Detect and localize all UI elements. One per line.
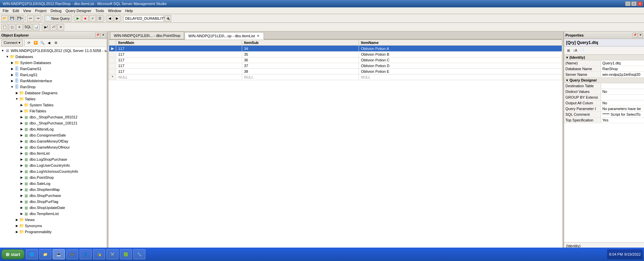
tab-pointshop[interactable]: WIN-NNDPQ1P1LE6\... - dbo.PointShop xyxy=(110,32,184,39)
data-grid[interactable]: ItemMain ItemSub ItemName ▶11734Oblivion… xyxy=(109,40,562,248)
save-all-button[interactable]: 💾+ xyxy=(16,15,24,22)
tree-node[interactable]: ▶▦dbo._ShopPurchase_091012 xyxy=(0,114,107,120)
props-identity-header[interactable]: ▼ (Identity) xyxy=(564,55,644,60)
database-dropdown[interactable]: DELAYED_DURABILITY ▾ xyxy=(124,15,164,22)
menu-tools[interactable]: Tools xyxy=(93,8,106,13)
oe-refresh-button[interactable]: ⟳ xyxy=(26,40,32,46)
table-row[interactable]: 11738Oblivion Potion E xyxy=(109,69,562,74)
tree-node[interactable]: ▶▦dbo.GameMoneyOfDay xyxy=(0,138,107,144)
oe-settings-button[interactable]: ⚙ xyxy=(53,40,59,46)
oe-search-button[interactable]: 🔍 xyxy=(39,40,45,46)
tree-node[interactable]: ▶▦dbo.ItemList xyxy=(0,150,107,156)
tree-node[interactable]: ▼📁Tables xyxy=(0,96,107,102)
taskbar-app2[interactable]: 👤 xyxy=(80,249,92,259)
parse-button[interactable]: ✓ xyxy=(89,15,96,22)
tree-node[interactable]: ▶📁Views xyxy=(0,217,107,223)
forward-button[interactable]: ▶ xyxy=(114,15,121,22)
show-criteria-button[interactable]: ≡ xyxy=(16,24,23,31)
start-button[interactable]: ⊞ start xyxy=(1,249,25,259)
menu-window[interactable]: Window xyxy=(106,8,123,13)
tree-node[interactable]: ▶📁System Databases xyxy=(0,60,107,66)
taskbar-app1[interactable]: 🎮 xyxy=(66,249,78,259)
connect-db-button[interactable]: 🔌 xyxy=(165,15,171,22)
stop-button[interactable]: ■ xyxy=(82,15,89,22)
results-button[interactable]: ☰ xyxy=(97,15,103,22)
tree-node[interactable]: ▶▦dbo.TempItemList xyxy=(0,211,107,217)
undo-button[interactable]: ↩ xyxy=(27,15,34,22)
menu-view[interactable]: View xyxy=(21,8,33,13)
panel-pin-button[interactable]: 📌 xyxy=(95,33,100,38)
redo-button[interactable]: ↪ xyxy=(35,15,41,22)
tab-itemlist[interactable]: WIN-NNDPQ1P1LE6\...op - dbo.ItemList ✕ xyxy=(185,32,264,40)
table-row[interactable]: 11735Oblivion Potion B xyxy=(109,52,562,57)
tree-node[interactable]: ▶▦dbo.ShopUpdateDate xyxy=(0,205,107,211)
tree-node[interactable]: ▶▦dbo.LogVictoriousCountryInfo xyxy=(0,168,107,174)
menu-help[interactable]: Help xyxy=(123,8,135,13)
tree-node[interactable]: ▶▦dbo.GameMoneyOfHour xyxy=(0,144,107,150)
menu-debug[interactable]: Debug xyxy=(49,8,63,13)
execute-button[interactable]: ▶ xyxy=(75,15,81,22)
tree-node[interactable]: ▼🗄RanShop xyxy=(0,84,107,90)
menu-project[interactable]: Project xyxy=(33,8,48,13)
back-button[interactable]: ◀ xyxy=(106,15,113,22)
tree-node[interactable]: ▶▦dbo.ShopPurchase xyxy=(0,193,107,199)
tree-node[interactable]: ▶📁Programmability xyxy=(0,229,107,235)
tree-node[interactable]: ▶▦dbo.SaleLog xyxy=(0,180,107,187)
taskbar-app5[interactable]: 🟩 xyxy=(120,249,132,259)
tree-node[interactable]: ▶▦dbo.PointShop xyxy=(0,174,107,180)
tree-node[interactable]: ▶▦dbo.LogUserCountryInfo xyxy=(0,162,107,168)
oe-connect-button[interactable]: Connect ▾ xyxy=(1,40,23,46)
tree-node[interactable]: ▶📁Database Diagrams xyxy=(0,90,107,96)
add-table-button[interactable]: 📋 xyxy=(1,24,8,31)
tree-node[interactable]: ▶📁Synonyms xyxy=(0,223,107,229)
props-pages-button[interactable]: 📄 xyxy=(579,48,585,54)
maximize-button[interactable]: □ xyxy=(631,1,637,6)
tree-node[interactable]: ▶▦dbo.LogShopPurchase xyxy=(0,156,107,162)
table-row[interactable]: 11736Oblivion Potion C xyxy=(109,57,562,63)
menu-edit[interactable]: Edit xyxy=(11,8,21,13)
tab-close-icon[interactable]: ✕ xyxy=(256,34,260,38)
tree-node[interactable]: ▶📁FileTables xyxy=(0,108,107,114)
oe-collapse-button[interactable]: ◀ xyxy=(46,40,52,46)
tree-node[interactable]: ▶🗄RanMobileInterface xyxy=(0,78,107,84)
props-sort-alpha-button[interactable]: ↕A xyxy=(572,48,578,54)
open-button[interactable]: 📂 xyxy=(1,15,8,22)
tree-node[interactable]: ▶▦dbo.ShopPurFlag xyxy=(0,199,107,205)
tree-node[interactable]: ▶▦dbo._ShopPurchase_100121 xyxy=(0,120,107,126)
tree-node[interactable]: ▼🖥WIN-NNDPQ1P1LE6\SQL2012 (SQL Server 11… xyxy=(0,48,107,54)
new-query-button[interactable]: 📄 New Query xyxy=(44,15,72,22)
menu-query-designer[interactable]: Query Designer xyxy=(63,8,93,13)
taskbar-app4[interactable]: ⚔️ xyxy=(106,249,119,259)
props-sort-category-button[interactable]: ⊞ xyxy=(565,48,571,54)
taskbar-app3[interactable]: 🎭 xyxy=(93,249,105,259)
show-sql-button[interactable]: SQL xyxy=(24,24,32,31)
run-query-button[interactable]: ▶! xyxy=(43,24,49,31)
taskbar-explorer[interactable]: 📁 xyxy=(39,249,51,259)
taskbar-ie[interactable]: 🌐 xyxy=(26,249,38,259)
taskbar-ssms[interactable]: 💻 xyxy=(53,249,65,259)
tree-node[interactable]: ▶🗄RanLogS1 xyxy=(0,72,107,78)
panel-close-btn[interactable]: ✕ xyxy=(101,33,105,38)
table-row[interactable]: ▶11734Oblivion Potion A xyxy=(109,46,562,52)
table-row[interactable]: *NULLNULLNULL xyxy=(109,74,562,80)
show-diagram-button[interactable]: ◻ xyxy=(9,24,15,31)
props-close-button[interactable]: ✕ xyxy=(638,33,643,38)
save-button[interactable]: 💾 xyxy=(9,15,15,22)
minimize-button[interactable]: – xyxy=(625,1,631,6)
props-pin-button[interactable]: 📌 xyxy=(633,33,637,38)
tree-node[interactable]: ▶▦dbo.ConsignmentSale xyxy=(0,132,107,138)
menu-file[interactable]: File xyxy=(1,8,11,13)
oe-filter-button[interactable]: 🔽 xyxy=(33,40,39,46)
tree-node[interactable]: ▼📁Databases xyxy=(0,54,107,60)
tree-node[interactable]: ▶▦dbo.AttendLog xyxy=(0,126,107,132)
tree-node[interactable]: ▶🗄RanGameS1 xyxy=(0,66,107,72)
verify-button[interactable]: ✓! xyxy=(50,24,57,31)
close-button[interactable]: ✕ xyxy=(637,1,643,6)
taskbar-app6[interactable]: 🔧 xyxy=(133,249,145,259)
show-results-button[interactable]: 📊 xyxy=(33,24,40,31)
cancel-button[interactable]: ✕ xyxy=(57,24,64,31)
table-row[interactable]: 11737Oblivion Potion D xyxy=(109,63,562,69)
props-querydesigner-header[interactable]: ▼ Query Designer xyxy=(564,77,644,83)
tree-node[interactable]: ▶📁System Tables xyxy=(0,102,107,108)
tree-node[interactable]: ▶▦dbo.ShopItemMap xyxy=(0,187,107,193)
